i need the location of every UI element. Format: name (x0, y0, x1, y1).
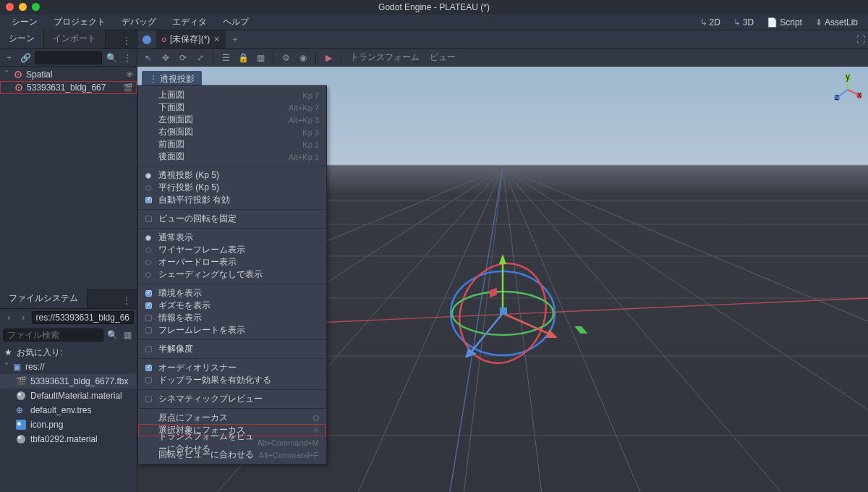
add-tab-icon[interactable]: ＋ (229, 33, 242, 46)
link-icon[interactable]: 🔗 (19, 51, 32, 64)
menu-item[interactable]: シネマティックプレビュー (138, 393, 326, 405)
menu-item-label: シェーディングなしで表示 (158, 268, 263, 281)
menu-debug[interactable]: デバッグ (114, 14, 163, 30)
menu-item[interactable]: ギズモを表示 (138, 300, 326, 312)
menu-item[interactable]: 右側面図Kp 3 (138, 126, 326, 138)
mode-script-button[interactable]: 📄Script (761, 15, 808, 30)
play-icon[interactable]: ▶ (322, 51, 335, 64)
menu-item[interactable]: 前面図Kp 1 (138, 138, 326, 150)
tab-filesystem[interactable]: ファイルシステム (0, 289, 88, 308)
menu-item-label: ビューの回転を固定 (158, 213, 237, 225)
tree-child-row[interactable]: 53393631_bldg_667 🎬 (0, 81, 137, 94)
menu-item[interactable]: 回転をビューに合わせるAlt+Command+F (138, 449, 326, 461)
tree-node-label: Spatial (26, 69, 53, 80)
rotate-tool-icon[interactable]: ⟳ (176, 51, 190, 64)
window-controls[interactable] (6, 3, 40, 11)
view-menu[interactable]: ビュー (427, 51, 459, 64)
menu-help[interactable]: ヘルプ (216, 14, 256, 30)
filter-nodes-input[interactable] (35, 51, 102, 64)
menu-item[interactable]: ワイヤーフレーム表示 (138, 244, 326, 256)
doc-tab[interactable]: [未保存](*) ✕ (156, 30, 226, 48)
menu-item[interactable]: 環境を表示 (138, 287, 326, 300)
menu-item[interactable]: ドップラー効果を有効化する (138, 374, 326, 386)
file-row[interactable]: icon.png (0, 417, 137, 432)
menu-item[interactable]: 半解像度 (138, 343, 326, 355)
gear-icon[interactable]: ⚙ (279, 51, 292, 64)
distraction-free-icon[interactable]: ⛶ (856, 35, 865, 45)
search-icon[interactable]: 🔍 (106, 328, 119, 342)
menu-item[interactable]: ビューの回転を固定 (138, 213, 326, 225)
tab-scene[interactable]: シーン (0, 29, 44, 48)
file-row[interactable]: DefaultMaterial.material (0, 389, 137, 403)
search-icon[interactable]: 🔍 (105, 51, 118, 64)
doc-tab-label: [未保存](*) (170, 33, 210, 46)
add-node-icon[interactable]: ＋ (3, 51, 16, 64)
expand-icon[interactable]: ˅ (3, 69, 10, 80)
filesystem-list[interactable]: ★ お気に入り: ˅ ▣ res:// 🎬 53393631_bldg_6677… (0, 344, 137, 492)
view-axes-gizmo[interactable]: y x z (833, 75, 859, 101)
minimize-window-icon[interactable] (19, 3, 27, 11)
view-mode-icon[interactable]: ▦ (121, 328, 134, 342)
environment-file-icon: ⊕ (16, 405, 26, 415)
menu-item[interactable]: シェーディングなしで表示 (138, 268, 326, 281)
view-context-menu[interactable]: 上面図Kp 7下面図Alt+Kp 7左側面図Alt+Kp 3右側面図Kp 3前面… (137, 85, 327, 465)
menu-item[interactable]: トランスフォームをビューに合わせるAlt+Command+M (138, 436, 326, 449)
menu-project[interactable]: プロジェクト (46, 14, 113, 30)
zoom-window-icon[interactable] (32, 3, 40, 11)
file-row[interactable]: ⊕ default_env.tres (0, 403, 137, 417)
dock-options-icon[interactable]: ⋮ (116, 292, 137, 308)
menu-item[interactable]: 左側面図Alt+Kp 3 (138, 114, 326, 126)
menu-item[interactable]: フレームレートを表示 (138, 324, 326, 336)
instanced-scene-icon[interactable]: 🎬 (123, 83, 133, 93)
select-tool-icon[interactable]: ↖ (142, 51, 155, 64)
dock-options-icon[interactable]: ⋮ (116, 33, 137, 48)
material-file-icon (16, 434, 26, 444)
menu-item[interactable]: 上面図Kp 7 (138, 89, 326, 101)
lock-icon[interactable]: 🔒 (237, 51, 250, 64)
transform-menu[interactable]: トランスフォーム (347, 51, 422, 64)
tree-options-icon[interactable]: ⋮ (121, 51, 134, 64)
menu-item[interactable]: 下面図Alt+Kp 7 (138, 101, 326, 114)
group-icon[interactable]: ▦ (254, 51, 267, 64)
menu-item-label: 上面図 (158, 89, 184, 101)
menu-separator (138, 389, 326, 390)
scale-tool-icon[interactable]: ⤢ (194, 51, 207, 64)
filesystem-search-input[interactable]: ファイル検索 (3, 328, 103, 342)
tab-import[interactable]: インポート (44, 29, 106, 48)
menu-item[interactable]: 後面図Alt+Kp 1 (138, 150, 326, 163)
camera-icon[interactable]: ◉ (297, 51, 310, 64)
menu-item-label: フレームレートを表示 (158, 324, 245, 336)
visibility-icon[interactable]: 👁 (126, 70, 134, 79)
close-window-icon[interactable] (6, 3, 14, 11)
tree-root-row[interactable]: ˅ Spatial 👁 (0, 68, 137, 81)
menu-item[interactable]: 原点にフォーカスO (138, 412, 326, 424)
3d-viewport[interactable]: y x z ⋮ 透視投影 上面図Kp 7下面図Alt+Kp 7左側面図Alt+K… (137, 67, 868, 492)
rotation-gizmo[interactable] (430, 241, 575, 386)
favorites-header[interactable]: ★ お気に入り: (0, 345, 137, 360)
mode-3d-button[interactable]: ↳3D (728, 15, 760, 30)
menu-item[interactable]: オーバードロー表示 (138, 256, 326, 268)
mode-assetlib-button[interactable]: ⬇AssetLib (809, 15, 864, 30)
nav-forward-icon[interactable]: › (17, 311, 30, 324)
nav-back-icon[interactable]: ‹ (3, 311, 15, 324)
close-tab-icon[interactable]: ✕ (213, 35, 220, 44)
star-icon: ★ (4, 347, 12, 357)
file-row[interactable]: tbfa0292.material (0, 432, 137, 446)
menu-editor[interactable]: エディタ (165, 14, 214, 30)
scene-tree[interactable]: ˅ Spatial 👁 53393631_bldg_667 🎬 (0, 67, 137, 289)
menu-item[interactable]: オーディオリスナー (138, 362, 326, 374)
fs-root[interactable]: ˅ ▣ res:// (0, 360, 137, 374)
mode-2d-button[interactable]: ↳2D (694, 15, 726, 30)
file-row[interactable]: 🎬 53393631_bldg_6677.fbx (0, 374, 137, 389)
menu-scene[interactable]: シーン (4, 14, 45, 30)
snap-list-icon[interactable]: ☰ (219, 51, 232, 64)
menu-item[interactable]: 情報を表示 (138, 312, 326, 324)
move-tool-icon[interactable]: ✥ (159, 51, 172, 64)
menu-item[interactable]: 平行投影 (Kp 5) (138, 182, 326, 194)
menu-item[interactable]: 通常表示 (138, 232, 326, 244)
menu-item-label: 通常表示 (158, 232, 193, 244)
svg-line-37 (470, 313, 503, 353)
menu-item[interactable]: 透視投影 (Kp 5) (138, 169, 326, 182)
menu-item[interactable]: 自動平行投影 有効 (138, 194, 326, 206)
filesystem-path-field[interactable]: res://53393631_bldg_66 (32, 311, 134, 324)
